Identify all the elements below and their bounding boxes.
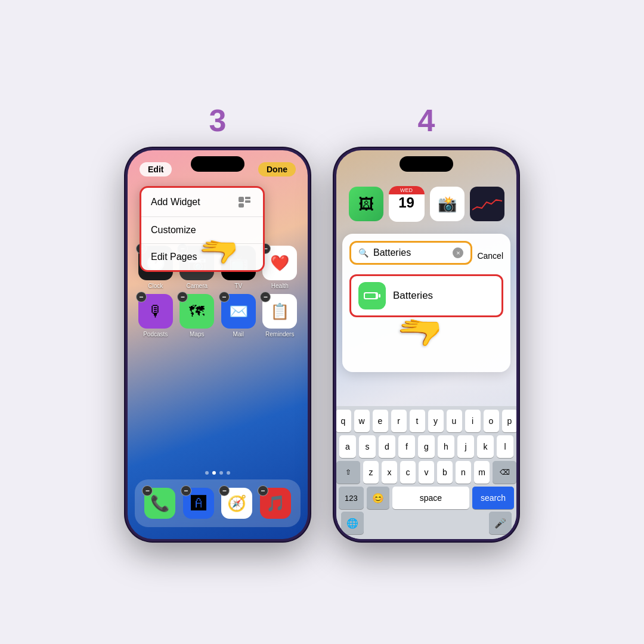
dock-music: − 🎵 — [260, 488, 291, 519]
key-m[interactable]: m — [474, 461, 490, 484]
svg-rect-0 — [239, 197, 244, 202]
maps-icon: − 🗺 — [179, 294, 214, 329]
key-j[interactable]: j — [457, 435, 474, 458]
dynamic-island-3 — [191, 156, 244, 172]
edit-button[interactable]: Edit — [140, 162, 172, 177]
svg-rect-1 — [245, 197, 250, 199]
minus-badge: − — [258, 485, 268, 496]
key-s[interactable]: s — [359, 435, 376, 458]
key-c[interactable]: c — [400, 461, 416, 484]
minus-badge: − — [177, 292, 188, 302]
photos-icon: 🖼 — [349, 187, 383, 221]
add-widget-label: Add Widget — [151, 197, 200, 208]
key-123[interactable]: 123 — [339, 487, 364, 509]
key-h[interactable]: h — [438, 435, 454, 458]
battery-app-icon — [358, 282, 386, 309]
svg-rect-5 — [365, 293, 376, 298]
key-i[interactable]: i — [465, 410, 481, 432]
key-v[interactable]: v — [419, 461, 434, 484]
key-o[interactable]: o — [484, 410, 499, 432]
keyboard: q w e r t y u i o p a s — [336, 406, 516, 539]
screen4-bg: 🖼 WED 19 📸 — [336, 150, 516, 539]
key-g[interactable]: g — [418, 435, 435, 458]
key-y[interactable]: y — [428, 410, 444, 432]
search-clear-button[interactable]: × — [453, 247, 463, 258]
music-icon: − 🎵 — [260, 488, 291, 519]
minus-badge: − — [219, 485, 230, 496]
svg-rect-6 — [379, 294, 380, 298]
key-u[interactable]: u — [447, 410, 462, 432]
widget-search-panel: 🔍 Batteries × Cancel — [342, 234, 510, 372]
app-health: − ❤️ Health — [262, 246, 299, 289]
cancel-button-4[interactable]: Cancel — [477, 251, 503, 261]
step4-number: 4 — [418, 103, 435, 138]
key-w[interactable]: w — [354, 410, 370, 432]
health-label: Health — [271, 283, 289, 289]
key-p[interactable]: p — [502, 410, 517, 432]
key-k[interactable]: k — [477, 435, 494, 458]
key-b[interactable]: b — [437, 461, 453, 484]
key-n[interactable]: n — [456, 461, 471, 484]
key-z[interactable]: z — [363, 461, 379, 484]
key-x[interactable]: x — [382, 461, 397, 484]
minus-badge: − — [142, 485, 153, 496]
search-magnifier-icon: 🔍 — [358, 248, 369, 258]
minus-badge: − — [136, 292, 147, 302]
calendar-widget: WED 19 — [389, 186, 425, 222]
kb-globe-mic-row: 🌐 🎤 — [339, 512, 514, 534]
kb-bottom-row: 123 😊 space search — [339, 487, 514, 509]
podcasts-label: Podcasts — [143, 331, 168, 338]
app-podcasts: − 🎙 Podcasts — [137, 294, 174, 338]
iphone3-frame: Edit Done Add Widget — [125, 148, 310, 541]
dot-2 — [212, 471, 216, 475]
top-app-row: 🖼 WED 19 📸 — [336, 180, 516, 228]
health-icon: − ❤️ — [262, 246, 297, 280]
key-globe[interactable]: 🌐 — [341, 512, 364, 534]
key-search[interactable]: search — [472, 487, 514, 509]
stocks-widget — [470, 187, 504, 221]
reminders-icon: − 📋 — [262, 294, 297, 329]
key-f[interactable]: f — [398, 435, 415, 458]
key-a[interactable]: a — [339, 435, 356, 458]
customize-label: Customize — [151, 225, 196, 236]
done-button[interactable]: Done — [258, 162, 296, 177]
hand-cursor-3: 🫳 — [199, 234, 238, 270]
iphone4-frame: 🖼 WED 19 📸 — [334, 148, 519, 541]
kb-row-3: ⇧ z x c v b n m ⌫ — [339, 461, 514, 484]
key-delete[interactable]: ⌫ — [493, 461, 516, 484]
dock-3: − 📞 − 🅰 − 🧭 — [135, 479, 301, 527]
minus-badge: − — [181, 485, 191, 496]
camera-label: Camera — [186, 283, 208, 289]
key-space[interactable]: space — [392, 487, 469, 509]
mail-label: Mail — [233, 331, 244, 338]
key-r[interactable]: r — [391, 410, 407, 432]
maps-label: Maps — [190, 331, 204, 338]
search-query-text: Batteries — [373, 247, 448, 258]
step3-container: 3 Edit Done Add Widget — [125, 103, 310, 541]
key-l[interactable]: l — [497, 435, 513, 458]
key-mic[interactable]: 🎤 — [489, 512, 512, 534]
edit-pages-label: Edit Pages — [151, 252, 197, 262]
minus-badge: − — [260, 292, 271, 302]
step3-number: 3 — [209, 103, 227, 138]
key-d[interactable]: d — [379, 435, 395, 458]
page-dots — [205, 471, 230, 475]
dot-3 — [219, 471, 223, 475]
key-t[interactable]: t — [410, 410, 425, 432]
key-q[interactable]: q — [336, 410, 351, 432]
kb-row-1: q w e r t y u i o p — [339, 410, 514, 432]
search-bar-4[interactable]: 🔍 Batteries × — [349, 241, 472, 265]
menu-item-add-widget[interactable]: Add Widget — [141, 188, 263, 217]
svg-rect-3 — [239, 203, 244, 208]
app-mail: − ✉️ Mail — [220, 294, 257, 338]
key-e[interactable]: e — [373, 410, 388, 432]
podcasts-icon: − 🎙 — [138, 294, 173, 329]
hand-area: 🫳 — [349, 317, 503, 365]
key-shift[interactable]: ⇧ — [336, 461, 360, 484]
iphone4-screen: 🖼 WED 19 📸 — [336, 150, 516, 539]
minus-badge: − — [219, 292, 230, 302]
app-reminders: − 📋 Reminders — [262, 294, 299, 338]
key-emoji[interactable]: 😊 — [367, 487, 389, 509]
dock-safari: − 🧭 — [221, 488, 252, 519]
reminders-label: Reminders — [265, 331, 294, 338]
